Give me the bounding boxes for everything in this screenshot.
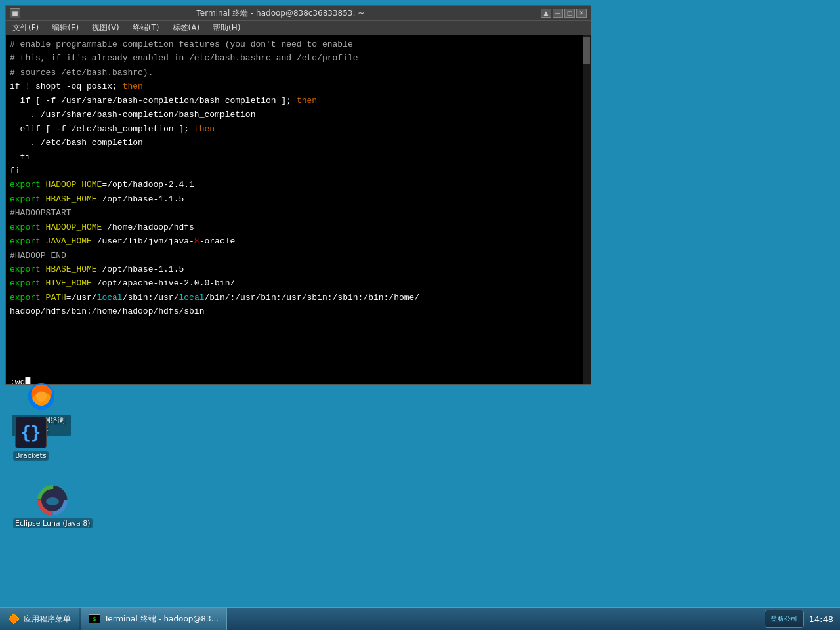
terminal-content-area[interactable]: # enable programmable completion feature… — [6, 35, 591, 384]
taskbar-terminal-label: Terminal 终端 - hadoop@83... — [104, 614, 219, 625]
taskbar: 应用程序菜单 $ Terminal 终端 - hadoop@83... 盐析公司… — [0, 607, 840, 630]
taskbar-logo: 盐析公司 — [765, 610, 804, 628]
scrollbar-thumb[interactable] — [583, 37, 590, 64]
svg-point-7 — [46, 497, 59, 505]
pin-button[interactable]: ▲ — [541, 9, 551, 18]
minimize-button[interactable]: — — [553, 9, 563, 18]
firefox-icon-img — [26, 381, 57, 412]
taskbar-time: 14:48 — [809, 614, 833, 624]
menu-terminal[interactable]: 终端(T) — [129, 21, 163, 35]
menu-edit[interactable]: 编辑(E) — [48, 21, 83, 35]
apps-menu-label: 应用程序菜单 — [24, 614, 71, 625]
svg-marker-8 — [9, 614, 19, 624]
desktop-icon-eclipse[interactable]: Eclipse Luna (Java 8) — [13, 484, 93, 528]
svg-point-1 — [36, 391, 47, 402]
menu-help[interactable]: 帮助(H) — [209, 21, 244, 35]
maximize-button[interactable]: □ — [564, 9, 575, 18]
menu-file[interactable]: 文件(F) — [9, 21, 43, 35]
terminal-menubar: 文件(F) 编辑(E) 视图(V) 终端(T) 标签(A) 帮助(H) — [6, 20, 591, 35]
brackets-label: Brackets — [13, 451, 49, 461]
terminal-titlebar: ■ Terminal 终端 - hadoop@838c36833853: ~ ▲… — [6, 6, 591, 20]
close-button[interactable]: ✕ — [576, 9, 587, 18]
taskbar-terminal-button[interactable]: $ Terminal 终端 - hadoop@83... — [81, 608, 227, 630]
taskbar-apps-button[interactable]: 应用程序菜单 — [0, 608, 79, 630]
apps-menu-icon — [8, 613, 20, 625]
menu-view[interactable]: 视图(V) — [88, 21, 123, 35]
window-controls: ▲ — □ ✕ — [541, 9, 587, 18]
menu-tabs[interactable]: 标签(A) — [169, 21, 204, 35]
terminal-window-icon: ■ — [10, 8, 20, 18]
desktop-icon-brackets[interactable]: {} Brackets — [13, 417, 49, 461]
eclipse-label: Eclipse Luna (Java 8) — [13, 518, 93, 528]
terminal-scrollbar[interactable] — [583, 35, 591, 384]
terminal-text: # enable programmable completion feature… — [6, 35, 583, 384]
terminal-title: Terminal 终端 - hadoop@838c36833853: ~ — [20, 8, 541, 19]
eclipse-icon-img — [37, 484, 68, 516]
terminal-output: # enable programmable completion feature… — [10, 37, 579, 384]
terminal-taskbar-icon: $ — [89, 614, 100, 623]
taskbar-left: 应用程序菜单 $ Terminal 终端 - hadoop@83... — [0, 608, 227, 630]
brackets-icon-img: {} — [15, 417, 47, 448]
taskbar-right: 盐析公司 14:48 — [765, 610, 840, 628]
firefox-svg — [26, 381, 57, 412]
terminal-window: ■ Terminal 终端 - hadoop@838c36833853: ~ ▲… — [5, 5, 591, 385]
